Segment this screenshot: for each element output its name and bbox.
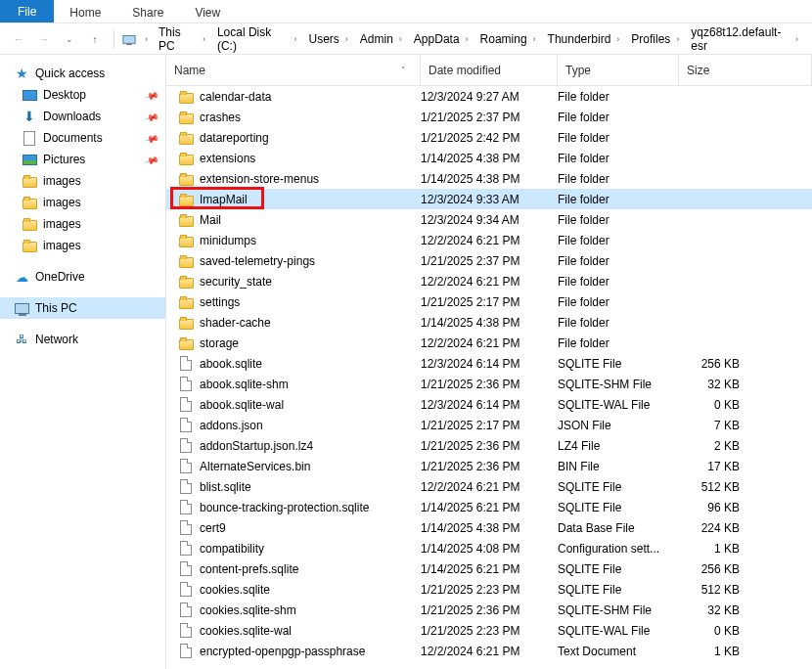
column-size[interactable]: Size xyxy=(679,55,812,85)
file-row[interactable]: addonStartup.json.lz41/21/2025 2:36 PMLZ… xyxy=(166,435,812,456)
cell-type: Text Document xyxy=(558,645,679,658)
tab-view[interactable]: View xyxy=(179,0,236,22)
folder-icon xyxy=(178,335,194,351)
chevron-right-icon[interactable]: › xyxy=(341,34,352,44)
column-type[interactable]: Type xyxy=(558,55,679,85)
tab-home[interactable]: Home xyxy=(54,0,116,22)
file-name-label: extension-store-menus xyxy=(200,172,319,186)
file-row[interactable]: cookies.sqlite1/21/2025 2:23 PMSQLITE Fi… xyxy=(166,579,812,600)
tab-share[interactable]: Share xyxy=(116,0,179,22)
file-row[interactable]: cookies.sqlite-shm1/21/2025 2:36 PMSQLIT… xyxy=(166,600,812,620)
nav-item[interactable]: Documents📌 xyxy=(0,127,165,149)
breadcrumb-segment[interactable]: Users› xyxy=(305,23,354,54)
file-row[interactable]: cookies.sqlite-wal1/21/2025 2:23 PMSQLIT… xyxy=(166,620,812,641)
file-row[interactable]: storage12/2/2024 6:21 PMFile folder xyxy=(166,333,812,353)
cell-name: abook.sqlite xyxy=(178,356,421,372)
file-row[interactable]: security_state12/2/2024 6:21 PMFile fold… xyxy=(166,271,812,291)
breadcrumb-segment[interactable]: Admin› xyxy=(356,23,408,54)
chevron-right-icon[interactable]: › xyxy=(291,34,301,44)
cell-type: SQLITE-SHM File xyxy=(558,378,679,391)
file-row[interactable]: crashes1/21/2025 2:37 PMFile folder xyxy=(166,107,812,127)
cell-date: 12/2/2024 6:21 PM xyxy=(421,645,558,658)
chevron-right-icon[interactable]: › xyxy=(612,34,623,44)
file-row[interactable]: extension-store-menus1/14/2025 4:38 PMFi… xyxy=(166,168,812,189)
file-row[interactable]: encrypted-openpgp-passphrase12/2/2024 6:… xyxy=(166,641,812,661)
svg-rect-1 xyxy=(126,43,131,45)
pin-icon: 📌 xyxy=(144,109,159,124)
nav-item[interactable]: ⬇Downloads📌 xyxy=(0,106,165,127)
breadcrumb-segment[interactable]: yqz68t12.default-esr› xyxy=(687,23,804,54)
cell-type: File folder xyxy=(558,336,679,350)
tab-file[interactable]: File xyxy=(0,0,54,22)
breadcrumb-segment[interactable]: AppData› xyxy=(410,23,474,54)
folder-icon xyxy=(178,315,194,331)
file-row[interactable]: minidumps12/2/2024 6:21 PMFile folder xyxy=(166,230,812,250)
nav-item[interactable]: images xyxy=(0,235,165,256)
file-name-label: shader-cache xyxy=(200,316,271,330)
file-row[interactable]: calendar-data12/3/2024 9:27 AMFile folde… xyxy=(166,86,812,107)
nav-quick-access[interactable]: ★ Quick access xyxy=(0,63,165,84)
cell-type: File folder xyxy=(558,90,679,104)
nav-item[interactable]: images xyxy=(0,192,165,213)
nav-item[interactable]: Desktop📌 xyxy=(0,84,165,106)
file-name-label: addons.json xyxy=(200,419,263,432)
nav-onedrive[interactable]: ☁ OneDrive xyxy=(0,266,165,288)
file-row[interactable]: abook.sqlite-wal12/3/2024 6:14 PMSQLITE-… xyxy=(166,394,812,415)
file-row[interactable]: content-prefs.sqlite1/14/2025 6:21 PMSQL… xyxy=(166,558,812,579)
chevron-right-icon[interactable]: › xyxy=(462,34,473,44)
cell-name: cookies.sqlite xyxy=(178,582,421,598)
cell-date: 1/14/2025 4:38 PM xyxy=(421,316,558,330)
breadcrumb-segment[interactable]: Roaming› xyxy=(476,23,542,54)
nav-item[interactable]: images xyxy=(0,213,165,235)
file-row[interactable]: bounce-tracking-protection.sqlite1/14/20… xyxy=(166,497,812,517)
nav-network[interactable]: 🖧 Network xyxy=(0,329,165,350)
file-row[interactable]: settings1/21/2025 2:17 PMFile folder xyxy=(166,291,812,312)
nav-this-pc[interactable]: This PC xyxy=(0,297,165,319)
file-row[interactable]: AlternateServices.bin1/21/2025 2:36 PMBI… xyxy=(166,456,812,476)
sort-ascending-icon: ˄ xyxy=(401,66,406,75)
chevron-right-icon[interactable]: › xyxy=(395,34,406,44)
file-row[interactable]: cert91/14/2025 4:38 PMData Base File224 … xyxy=(166,517,812,538)
file-row[interactable]: datareporting1/21/2025 2:42 PMFile folde… xyxy=(166,127,812,148)
cell-date: 12/3/2024 9:27 AM xyxy=(421,90,558,104)
breadcrumb-segment[interactable]: Local Disk (C:)› xyxy=(213,23,303,54)
file-row[interactable]: addons.json1/21/2025 2:17 PMJSON File7 K… xyxy=(166,415,812,435)
file-row[interactable]: extensions1/14/2025 4:38 PMFile folder xyxy=(166,148,812,168)
chevron-right-icon[interactable]: › xyxy=(199,34,209,44)
breadcrumb-segment[interactable]: This PC› xyxy=(155,23,211,54)
breadcrumb-root-chevron[interactable]: › xyxy=(142,34,151,44)
cell-name: cookies.sqlite-wal xyxy=(178,623,421,639)
cell-size: 17 KB xyxy=(679,460,747,473)
column-date[interactable]: Date modified xyxy=(421,55,558,85)
nav-forward[interactable]: → xyxy=(33,28,55,50)
file-row[interactable]: abook.sqlite-shm1/21/2025 2:36 PMSQLITE-… xyxy=(166,374,812,394)
network-icon: 🖧 xyxy=(14,332,29,347)
nav-item[interactable]: Pictures📌 xyxy=(0,149,165,170)
file-row[interactable]: compatibility1/14/2025 4:08 PMConfigurat… xyxy=(166,538,812,558)
breadcrumb-label: yqz68t12.default-esr xyxy=(689,25,791,53)
cell-type: File folder xyxy=(558,193,679,206)
recent-locations-dropdown[interactable]: ⌄ xyxy=(59,28,80,50)
file-row[interactable]: abook.sqlite12/3/2024 6:14 PMSQLITE File… xyxy=(166,353,812,374)
cell-name: extensions xyxy=(178,151,421,166)
breadcrumb-segment[interactable]: Profiles› xyxy=(627,23,685,54)
chevron-right-icon[interactable]: › xyxy=(672,34,683,44)
cell-name: minidumps xyxy=(178,233,421,248)
file-row[interactable]: blist.sqlite12/2/2024 6:21 PMSQLITE File… xyxy=(166,476,812,497)
cell-size: 2 KB xyxy=(679,439,747,453)
nav-item[interactable]: images xyxy=(0,170,165,192)
nav-up[interactable]: ↑ xyxy=(84,28,106,50)
nav-item-label: images xyxy=(43,239,81,252)
column-name[interactable]: Name ˄ xyxy=(166,55,421,85)
cell-size: 224 KB xyxy=(679,521,747,535)
file-row[interactable]: Mail12/3/2024 9:34 AMFile folder xyxy=(166,209,812,230)
file-row[interactable]: shader-cache1/14/2025 4:38 PMFile folder xyxy=(166,312,812,333)
chevron-right-icon[interactable]: › xyxy=(791,34,802,44)
file-row[interactable]: ImapMail12/3/2024 9:33 AMFile folder xyxy=(166,189,812,209)
cell-name: security_state xyxy=(178,274,421,290)
breadcrumb-segment[interactable]: Thunderbird› xyxy=(544,23,626,54)
file-row[interactable]: saved-telemetry-pings1/21/2025 2:37 PMFi… xyxy=(166,250,812,271)
nav-back[interactable]: ← xyxy=(8,28,29,50)
chevron-right-icon[interactable]: › xyxy=(529,34,540,44)
content-pane: Name ˄ Date modified Type Size calendar-… xyxy=(166,55,812,669)
